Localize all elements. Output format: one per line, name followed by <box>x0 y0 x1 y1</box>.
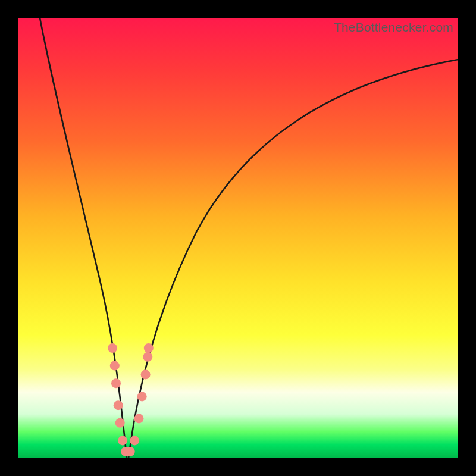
chart-frame: TheBottlenecker.com <box>0 0 476 476</box>
marker-group <box>108 343 154 456</box>
data-marker <box>114 400 123 410</box>
marker-layer <box>18 18 458 458</box>
data-marker <box>108 343 117 353</box>
data-marker <box>130 436 139 445</box>
data-marker <box>126 447 135 456</box>
data-marker <box>143 352 152 362</box>
data-marker <box>144 343 154 353</box>
data-marker <box>118 436 127 445</box>
data-marker <box>115 418 125 428</box>
data-marker <box>111 378 121 388</box>
data-marker <box>134 414 144 423</box>
data-marker <box>110 361 120 371</box>
data-marker <box>141 369 151 379</box>
data-marker <box>137 392 147 401</box>
plot-area: TheBottlenecker.com <box>18 18 458 458</box>
